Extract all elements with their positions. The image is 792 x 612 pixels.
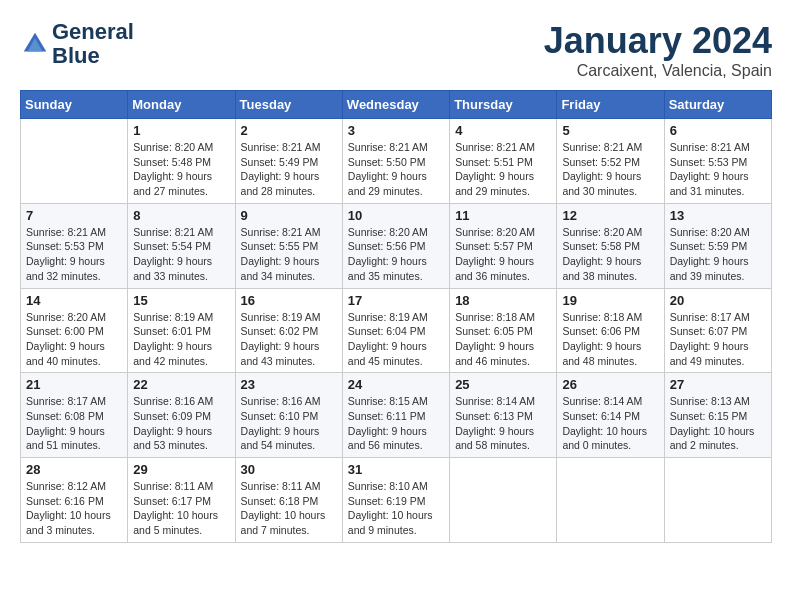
calendar-cell: 5Sunrise: 8:21 AM Sunset: 5:52 PM Daylig… xyxy=(557,119,664,204)
calendar-cell: 19Sunrise: 8:18 AM Sunset: 6:06 PM Dayli… xyxy=(557,288,664,373)
calendar-cell: 18Sunrise: 8:18 AM Sunset: 6:05 PM Dayli… xyxy=(450,288,557,373)
day-number: 8 xyxy=(133,208,229,223)
day-info: Sunrise: 8:21 AM Sunset: 5:55 PM Dayligh… xyxy=(241,225,337,284)
day-number: 9 xyxy=(241,208,337,223)
day-info: Sunrise: 8:19 AM Sunset: 6:02 PM Dayligh… xyxy=(241,310,337,369)
calendar-cell: 22Sunrise: 8:16 AM Sunset: 6:09 PM Dayli… xyxy=(128,373,235,458)
calendar-cell: 27Sunrise: 8:13 AM Sunset: 6:15 PM Dayli… xyxy=(664,373,771,458)
day-number: 25 xyxy=(455,377,551,392)
day-info: Sunrise: 8:21 AM Sunset: 5:54 PM Dayligh… xyxy=(133,225,229,284)
calendar-cell: 1Sunrise: 8:20 AM Sunset: 5:48 PM Daylig… xyxy=(128,119,235,204)
day-number: 28 xyxy=(26,462,122,477)
calendar-cell: 21Sunrise: 8:17 AM Sunset: 6:08 PM Dayli… xyxy=(21,373,128,458)
day-number: 27 xyxy=(670,377,766,392)
day-info: Sunrise: 8:19 AM Sunset: 6:01 PM Dayligh… xyxy=(133,310,229,369)
day-number: 17 xyxy=(348,293,444,308)
day-number: 20 xyxy=(670,293,766,308)
weekday-header-wednesday: Wednesday xyxy=(342,91,449,119)
day-number: 24 xyxy=(348,377,444,392)
calendar-cell: 4Sunrise: 8:21 AM Sunset: 5:51 PM Daylig… xyxy=(450,119,557,204)
day-number: 14 xyxy=(26,293,122,308)
calendar-cell: 20Sunrise: 8:17 AM Sunset: 6:07 PM Dayli… xyxy=(664,288,771,373)
day-info: Sunrise: 8:13 AM Sunset: 6:15 PM Dayligh… xyxy=(670,394,766,453)
day-number: 1 xyxy=(133,123,229,138)
day-number: 23 xyxy=(241,377,337,392)
day-number: 10 xyxy=(348,208,444,223)
day-info: Sunrise: 8:19 AM Sunset: 6:04 PM Dayligh… xyxy=(348,310,444,369)
weekday-header-row: SundayMondayTuesdayWednesdayThursdayFrid… xyxy=(21,91,772,119)
day-number: 21 xyxy=(26,377,122,392)
day-number: 7 xyxy=(26,208,122,223)
calendar-cell: 8Sunrise: 8:21 AM Sunset: 5:54 PM Daylig… xyxy=(128,203,235,288)
day-info: Sunrise: 8:15 AM Sunset: 6:11 PM Dayligh… xyxy=(348,394,444,453)
day-info: Sunrise: 8:21 AM Sunset: 5:50 PM Dayligh… xyxy=(348,140,444,199)
day-info: Sunrise: 8:21 AM Sunset: 5:49 PM Dayligh… xyxy=(241,140,337,199)
calendar-cell: 30Sunrise: 8:11 AM Sunset: 6:18 PM Dayli… xyxy=(235,458,342,543)
day-number: 6 xyxy=(670,123,766,138)
day-info: Sunrise: 8:11 AM Sunset: 6:17 PM Dayligh… xyxy=(133,479,229,538)
day-info: Sunrise: 8:20 AM Sunset: 5:48 PM Dayligh… xyxy=(133,140,229,199)
day-number: 15 xyxy=(133,293,229,308)
day-info: Sunrise: 8:14 AM Sunset: 6:13 PM Dayligh… xyxy=(455,394,551,453)
day-number: 4 xyxy=(455,123,551,138)
day-number: 12 xyxy=(562,208,658,223)
day-number: 18 xyxy=(455,293,551,308)
calendar-cell: 10Sunrise: 8:20 AM Sunset: 5:56 PM Dayli… xyxy=(342,203,449,288)
day-number: 29 xyxy=(133,462,229,477)
weekday-header-monday: Monday xyxy=(128,91,235,119)
calendar-week-3: 14Sunrise: 8:20 AM Sunset: 6:00 PM Dayli… xyxy=(21,288,772,373)
title-area: January 2024 Carcaixent, Valencia, Spain xyxy=(544,20,772,80)
calendar-week-4: 21Sunrise: 8:17 AM Sunset: 6:08 PM Dayli… xyxy=(21,373,772,458)
calendar-cell: 26Sunrise: 8:14 AM Sunset: 6:14 PM Dayli… xyxy=(557,373,664,458)
logo-line1: General xyxy=(52,20,134,44)
calendar-cell: 6Sunrise: 8:21 AM Sunset: 5:53 PM Daylig… xyxy=(664,119,771,204)
calendar-cell xyxy=(664,458,771,543)
logo: General Blue xyxy=(20,20,134,68)
day-info: Sunrise: 8:20 AM Sunset: 5:59 PM Dayligh… xyxy=(670,225,766,284)
day-info: Sunrise: 8:17 AM Sunset: 6:07 PM Dayligh… xyxy=(670,310,766,369)
day-number: 11 xyxy=(455,208,551,223)
day-info: Sunrise: 8:11 AM Sunset: 6:18 PM Dayligh… xyxy=(241,479,337,538)
day-number: 26 xyxy=(562,377,658,392)
calendar-cell: 16Sunrise: 8:19 AM Sunset: 6:02 PM Dayli… xyxy=(235,288,342,373)
calendar-cell: 25Sunrise: 8:14 AM Sunset: 6:13 PM Dayli… xyxy=(450,373,557,458)
calendar-cell: 15Sunrise: 8:19 AM Sunset: 6:01 PM Dayli… xyxy=(128,288,235,373)
logo-line2: Blue xyxy=(52,44,134,68)
calendar-cell: 14Sunrise: 8:20 AM Sunset: 6:00 PM Dayli… xyxy=(21,288,128,373)
calendar-cell: 12Sunrise: 8:20 AM Sunset: 5:58 PM Dayli… xyxy=(557,203,664,288)
calendar-cell: 28Sunrise: 8:12 AM Sunset: 6:16 PM Dayli… xyxy=(21,458,128,543)
day-info: Sunrise: 8:16 AM Sunset: 6:09 PM Dayligh… xyxy=(133,394,229,453)
calendar-cell xyxy=(450,458,557,543)
day-info: Sunrise: 8:21 AM Sunset: 5:51 PM Dayligh… xyxy=(455,140,551,199)
calendar-table: SundayMondayTuesdayWednesdayThursdayFrid… xyxy=(20,90,772,543)
calendar-cell: 13Sunrise: 8:20 AM Sunset: 5:59 PM Dayli… xyxy=(664,203,771,288)
day-number: 22 xyxy=(133,377,229,392)
day-info: Sunrise: 8:16 AM Sunset: 6:10 PM Dayligh… xyxy=(241,394,337,453)
calendar-cell: 11Sunrise: 8:20 AM Sunset: 5:57 PM Dayli… xyxy=(450,203,557,288)
day-number: 5 xyxy=(562,123,658,138)
day-info: Sunrise: 8:17 AM Sunset: 6:08 PM Dayligh… xyxy=(26,394,122,453)
location: Carcaixent, Valencia, Spain xyxy=(544,62,772,80)
day-number: 3 xyxy=(348,123,444,138)
calendar-cell: 2Sunrise: 8:21 AM Sunset: 5:49 PM Daylig… xyxy=(235,119,342,204)
day-info: Sunrise: 8:14 AM Sunset: 6:14 PM Dayligh… xyxy=(562,394,658,453)
calendar-week-5: 28Sunrise: 8:12 AM Sunset: 6:16 PM Dayli… xyxy=(21,458,772,543)
day-info: Sunrise: 8:10 AM Sunset: 6:19 PM Dayligh… xyxy=(348,479,444,538)
calendar-cell: 3Sunrise: 8:21 AM Sunset: 5:50 PM Daylig… xyxy=(342,119,449,204)
calendar-week-1: 1Sunrise: 8:20 AM Sunset: 5:48 PM Daylig… xyxy=(21,119,772,204)
day-info: Sunrise: 8:20 AM Sunset: 5:58 PM Dayligh… xyxy=(562,225,658,284)
day-info: Sunrise: 8:20 AM Sunset: 5:57 PM Dayligh… xyxy=(455,225,551,284)
day-number: 2 xyxy=(241,123,337,138)
day-number: 30 xyxy=(241,462,337,477)
day-info: Sunrise: 8:21 AM Sunset: 5:53 PM Dayligh… xyxy=(26,225,122,284)
calendar-cell xyxy=(557,458,664,543)
day-number: 16 xyxy=(241,293,337,308)
day-info: Sunrise: 8:18 AM Sunset: 6:06 PM Dayligh… xyxy=(562,310,658,369)
page-header: General Blue January 2024 Carcaixent, Va… xyxy=(20,20,772,80)
weekday-header-saturday: Saturday xyxy=(664,91,771,119)
day-info: Sunrise: 8:21 AM Sunset: 5:52 PM Dayligh… xyxy=(562,140,658,199)
month-title: January 2024 xyxy=(544,20,772,62)
logo-icon xyxy=(20,29,50,59)
day-info: Sunrise: 8:12 AM Sunset: 6:16 PM Dayligh… xyxy=(26,479,122,538)
day-info: Sunrise: 8:21 AM Sunset: 5:53 PM Dayligh… xyxy=(670,140,766,199)
